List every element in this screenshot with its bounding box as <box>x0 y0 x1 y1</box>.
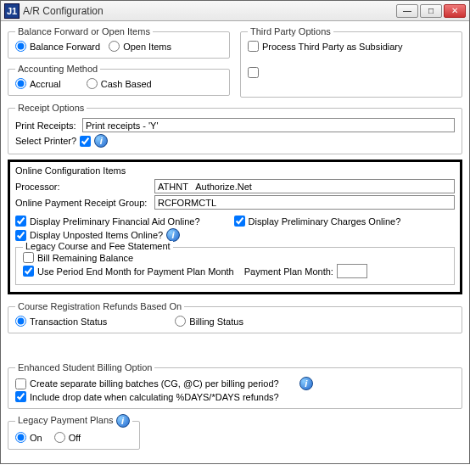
balance-forward-radio[interactable] <box>15 41 26 52</box>
app-icon: J1 <box>4 3 20 19</box>
display-finaid-label: Display Preliminary Financial Aid Online… <box>30 216 200 227</box>
balance-forward-label: Balance Forward <box>30 42 100 52</box>
auto-generate-checkbox[interactable] <box>248 67 259 78</box>
payment-plan-month-label: Payment Plan Month: <box>244 266 333 277</box>
use-period-end-label: Use Period End Month for Payment Plan Mo… <box>37 266 234 277</box>
window-frame: J1 A/R Configuration — □ ✕ Balance Forwa… <box>0 0 470 464</box>
receipt-options-group: Receipt Options Print Receipts: Select P… <box>8 103 462 154</box>
print-receipts-label: Print Receipts: <box>15 120 79 131</box>
receipt-options-legend: Receipt Options <box>15 103 87 113</box>
display-unposted-checkbox[interactable] <box>15 230 26 241</box>
process-third-party-checkbox[interactable] <box>248 41 259 52</box>
select-printer-label: Select Printer? <box>15 136 76 146</box>
use-period-end-checkbox[interactable] <box>23 266 34 277</box>
create-batches-checkbox[interactable] <box>15 378 26 389</box>
select-printer-checkbox[interactable] <box>80 136 91 147</box>
processor-input[interactable] <box>154 179 455 193</box>
cash-based-radio[interactable] <box>87 78 98 89</box>
receipt-group-label: Online Payment Receipt Group: <box>15 198 151 208</box>
refunds-group: Course Registration Refunds Based On Tra… <box>8 301 462 333</box>
accounting-method-legend: Accounting Method <box>15 64 100 74</box>
print-receipts-input[interactable] <box>82 118 455 132</box>
open-items-label: Open Items <box>123 42 171 52</box>
process-third-party-label: Process Third Party as Subsidiary <box>262 42 402 52</box>
legacy-on-label: On <box>30 433 42 443</box>
bill-remaining-label: Bill Remaining Balance <box>37 253 133 263</box>
window-title: A/R Configuration <box>23 5 396 17</box>
receipt-group-input[interactable] <box>154 195 455 210</box>
processor-label: Processor: <box>15 182 151 192</box>
display-finaid-checkbox[interactable] <box>15 216 26 227</box>
billing-status-label: Billing Status <box>189 316 243 327</box>
client-area: Balance Forward or Open Items Balance Fo… <box>1 21 469 463</box>
info-icon[interactable]: i <box>299 377 313 390</box>
create-batches-label: Create separate billing batches (CG, @C)… <box>30 378 279 389</box>
legacy-course-fee-group: Legacy Course and Fee Statement Bill Rem… <box>15 247 455 285</box>
payment-plan-month-input[interactable] <box>337 264 367 278</box>
window-buttons: — □ ✕ <box>396 4 466 18</box>
auto-generate-label: Auto Generate Third Party Charges <box>262 68 409 78</box>
accrual-radio[interactable] <box>15 78 26 89</box>
legacy-on-radio[interactable] <box>15 432 26 443</box>
display-charges-label: Display Preliminary Charges Online? <box>249 216 401 227</box>
legacy-off-label: Off <box>69 433 81 443</box>
transaction-status-radio[interactable] <box>15 316 26 327</box>
online-config-title: Online Configuration Items <box>15 165 455 176</box>
transaction-status-label: Transaction Status <box>30 316 107 327</box>
titlebar: J1 A/R Configuration — □ ✕ <box>1 1 469 21</box>
legacy-plans-legend: Legacy Payment Plans i <box>15 414 132 428</box>
enhanced-billing-group: Enhanced Student Billing Option Create s… <box>8 362 462 409</box>
legacy-course-fee-legend: Legacy Course and Fee Statement <box>23 241 173 251</box>
third-party-legend: Third Party Options <box>248 26 333 36</box>
balance-forward-legend: Balance Forward or Open Items <box>15 26 153 36</box>
accrual-label: Accrual <box>30 79 61 89</box>
include-drop-checkbox[interactable] <box>15 391 26 402</box>
minimize-button[interactable]: — <box>396 4 418 18</box>
display-charges-checkbox[interactable] <box>234 216 245 227</box>
third-party-group: Third Party Options Process Third Party … <box>240 26 462 98</box>
billing-status-radio[interactable] <box>175 316 186 327</box>
legacy-off-radio[interactable] <box>54 432 65 443</box>
legacy-plans-group: Legacy Payment Plans i On Off <box>8 414 140 450</box>
maximize-button[interactable]: □ <box>420 4 442 18</box>
accounting-method-group: Accounting Method Accrual Cash Based <box>8 64 230 96</box>
balance-forward-group: Balance Forward or Open Items Balance Fo… <box>8 26 230 59</box>
display-unposted-label: Display Unposted Items Online? <box>30 230 163 240</box>
online-config-box: Online Configuration Items Processor: On… <box>8 160 462 294</box>
open-items-radio[interactable] <box>109 41 120 52</box>
refunds-legend: Course Registration Refunds Based On <box>15 301 184 311</box>
cash-based-label: Cash Based <box>101 79 152 89</box>
bill-remaining-checkbox[interactable] <box>23 252 34 263</box>
close-button[interactable]: ✕ <box>444 4 466 18</box>
info-icon[interactable]: i <box>94 134 108 148</box>
enhanced-billing-legend: Enhanced Student Billing Option <box>15 362 154 372</box>
include-drop-label: Include drop date when calculating %DAYS… <box>30 392 279 402</box>
info-icon[interactable]: i <box>166 228 180 242</box>
info-icon[interactable]: i <box>116 414 130 428</box>
